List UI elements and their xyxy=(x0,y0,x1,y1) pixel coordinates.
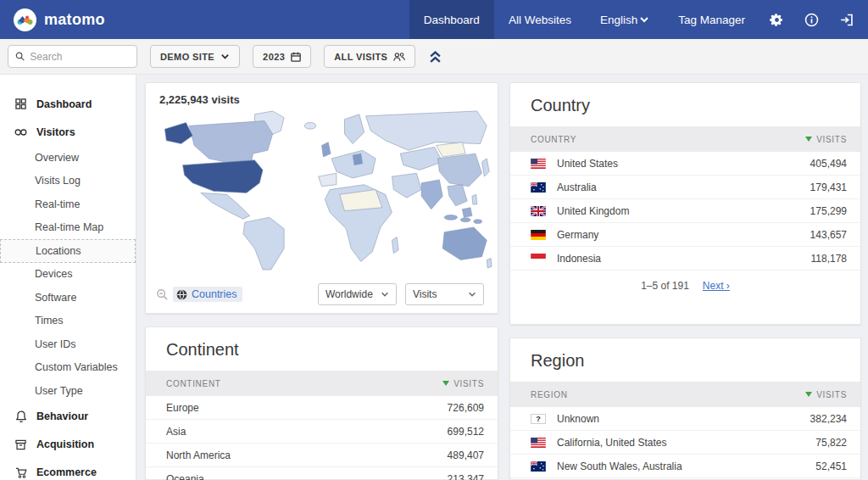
sort-desc-icon xyxy=(805,392,812,397)
sidebar-item-user-type[interactable]: User Type xyxy=(0,379,136,403)
sidebar-item-real-time-map[interactable]: Real-time Map xyxy=(0,216,136,240)
sign-out-icon[interactable] xyxy=(829,0,868,39)
sidebar-item-behaviour[interactable]: Behaviour xyxy=(0,403,136,431)
continent-name: Oceania xyxy=(166,473,204,480)
country-widget: Country COUNTRY VISITS United States 405… xyxy=(509,82,861,325)
column-visits[interactable]: VISITS xyxy=(442,379,484,388)
flag-indonesia-icon xyxy=(531,254,546,264)
nav-language-selector[interactable]: English xyxy=(586,0,664,39)
visits-value: 175,299 xyxy=(810,205,847,217)
sidebar-item-real-time[interactable]: Real-time xyxy=(0,193,136,216)
sidebar-label: Dashboard xyxy=(36,98,92,110)
sidebar-item-ecommerce[interactable]: Ecommerce xyxy=(0,459,136,480)
world-map[interactable] xyxy=(150,108,493,274)
top-navbar: matomo Dashboard All Websites English Ta… xyxy=(0,0,868,39)
settings-gear-icon[interactable] xyxy=(760,0,794,39)
continent-name: North America xyxy=(166,449,231,461)
globe-icon xyxy=(176,289,187,300)
visits-value: 213,347 xyxy=(448,473,484,480)
site-selector-button[interactable]: DEMO SITE xyxy=(150,45,240,68)
filters-toolbar: DEMO SITE 2023 ALL VISITS xyxy=(0,39,868,75)
period-selector-button[interactable]: 2023 xyxy=(253,45,311,68)
table-row[interactable]: Oceania 213,347 xyxy=(146,467,498,480)
search-box[interactable] xyxy=(8,45,137,68)
nav-all-websites[interactable]: All Websites xyxy=(494,0,586,39)
table-row[interactable]: North America 489,407 xyxy=(146,444,498,467)
visits-value: 382,234 xyxy=(810,413,847,425)
users-icon xyxy=(393,52,405,62)
table-row[interactable]: New South Wales, Australia 52,451 xyxy=(510,455,860,478)
map-region-select[interactable]: Worldwide xyxy=(318,283,397,305)
flag-united-states-icon xyxy=(531,438,546,448)
sidebar-item-visits-log[interactable]: Visits Log xyxy=(0,170,136,193)
pagination-next-link[interactable]: Next › xyxy=(703,280,730,292)
chevron-down-icon xyxy=(468,290,476,299)
sidebar-item-locations[interactable]: Locations xyxy=(0,239,136,263)
table-row[interactable]: ? Unknown 382,234 xyxy=(510,407,860,431)
column-country[interactable]: COUNTRY xyxy=(531,135,576,144)
sidebar-item-user-ids[interactable]: User IDs xyxy=(0,332,136,356)
dashboard-grid-icon xyxy=(14,98,27,110)
table-header: CONTINENT VISITS xyxy=(146,371,498,396)
map-metric-value: Visits xyxy=(413,288,437,300)
sidebar-item-devices[interactable]: Devices xyxy=(0,263,136,287)
nav-language-label: English xyxy=(600,14,637,26)
matomo-logo[interactable]: matomo xyxy=(0,0,119,39)
table-row[interactable]: California, United States 75,822 xyxy=(510,431,860,455)
period-label: 2023 xyxy=(263,52,285,62)
left-sidebar: Dashboard Visitors Overview Visits Log R… xyxy=(0,75,136,480)
pagination: 1–5 of 191 Next › xyxy=(510,271,860,292)
widget-title: Continent xyxy=(146,327,498,371)
segment-label: ALL VISITS xyxy=(334,52,387,62)
visits-value: 52,451 xyxy=(815,460,847,472)
sidebar-item-acquisition[interactable]: Acquisition xyxy=(0,431,136,459)
zoom-out-icon[interactable] xyxy=(156,288,169,301)
sidebar-item-times[interactable]: Times xyxy=(0,310,136,333)
flag-united-kingdom-icon xyxy=(531,206,546,216)
sidebar-item-custom-variables[interactable]: Custom Variables xyxy=(0,356,136,380)
country-name: United States xyxy=(557,158,618,170)
sidebar-label: Acquisition xyxy=(36,438,94,450)
visits-value: 179,431 xyxy=(810,181,847,193)
table-header: COUNTRY VISITS xyxy=(510,126,860,152)
table-row[interactable]: Asia 699,512 xyxy=(146,420,498,444)
map-metric-select[interactable]: Visits xyxy=(405,283,484,305)
table-header: REGION VISITS xyxy=(510,382,860,407)
sidebar-item-dashboard[interactable]: Dashboard xyxy=(0,90,136,118)
search-icon xyxy=(15,51,25,62)
map-scope-link[interactable]: Countries xyxy=(173,287,242,302)
country-name: United Kingdom xyxy=(557,205,629,217)
table-row[interactable]: Europe 726,609 xyxy=(146,396,498,420)
flag-australia-icon xyxy=(531,182,546,193)
table-row[interactable]: Germany 143,657 xyxy=(510,223,860,247)
column-visits[interactable]: VISITS xyxy=(805,135,847,144)
chevron-down-icon xyxy=(220,52,230,61)
sidebar-label: Visitors xyxy=(36,126,75,138)
country-name: Australia xyxy=(557,181,597,193)
column-continent[interactable]: CONTINENT xyxy=(166,379,221,388)
column-visits[interactable]: VISITS xyxy=(805,390,847,399)
collapse-toolbar-icon[interactable] xyxy=(429,50,442,64)
visits-value: 75,822 xyxy=(815,437,847,449)
visits-value: 699,512 xyxy=(448,426,484,438)
table-row[interactable]: Australia 179,431 xyxy=(510,176,860,199)
column-region[interactable]: REGION xyxy=(531,390,568,399)
table-row[interactable]: Indonesia 118,178 xyxy=(510,247,860,271)
site-selector-label: DEMO SITE xyxy=(160,52,214,62)
table-row[interactable]: United Kingdom 175,299 xyxy=(510,199,860,223)
widget-title: Country xyxy=(510,83,860,126)
segment-selector-button[interactable]: ALL VISITS xyxy=(324,45,415,68)
sidebar-item-visitors[interactable]: Visitors xyxy=(0,118,136,146)
search-input[interactable] xyxy=(30,51,130,63)
sidebar-item-software[interactable]: Software xyxy=(0,286,136,310)
nav-tag-manager[interactable]: Tag Manager xyxy=(664,0,760,39)
region-name: California, United States xyxy=(557,437,666,449)
total-visits-label: 2,225,943 visits xyxy=(146,83,498,108)
visits-value: 118,178 xyxy=(811,253,848,265)
sidebar-item-overview[interactable]: Overview xyxy=(0,146,136,170)
visits-value: 405,494 xyxy=(810,158,847,170)
table-row[interactable]: United States 405,494 xyxy=(510,152,860,176)
help-info-icon[interactable] xyxy=(794,0,829,39)
country-name: Indonesia xyxy=(557,253,601,265)
nav-dashboard[interactable]: Dashboard xyxy=(409,0,494,39)
